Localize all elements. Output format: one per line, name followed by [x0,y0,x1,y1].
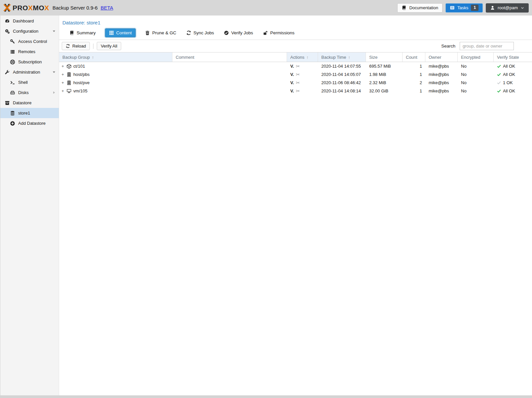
tasks-count-badge: 1 [471,5,479,11]
tab-sync-jobs[interactable]: Sync Jobs [186,29,215,37]
expand-toggle[interactable]: + [61,64,65,69]
sidebar-item-datastore[interactable]: Datastore [0,98,59,108]
key-icon [10,39,15,44]
scissors-icon[interactable]: ✂ [296,72,300,77]
tab-label: Permissions [270,30,295,35]
table-row[interactable]: + host/pbs V. ✂ 2020-11-04 14:05:07 1.98… [59,70,532,79]
column-header-backup-group[interactable]: Backup Group [59,52,172,62]
backup-group-label: host/pbs [73,72,89,77]
sidebar-item-disks[interactable]: Disks [0,87,59,98]
cell-actions: V. ✂ [287,80,318,85]
column-header-encrypted[interactable]: Encrypted [458,52,494,62]
gears-icon [5,29,10,34]
toolbar-separator [93,44,93,49]
cell-backup-group: + vm/105 [59,88,172,94]
building-icon [66,80,72,85]
cell-size: 32.00 GiB [366,88,403,93]
database-icon [10,111,15,116]
column-header-verify-state[interactable]: Verify State [494,52,532,62]
verify-all-button[interactable]: Verify All [97,42,121,50]
tab-verify-jobs[interactable]: Verify Jobs [223,29,254,37]
table-row[interactable]: + host/pve V. ✂ 2020-11-06 08:46:42 2.32… [59,79,532,87]
cell-size: 1.98 MiB [366,72,403,77]
scissors-icon[interactable]: ✂ [296,88,300,93]
building-icon [66,72,72,77]
sidebar-item-administration[interactable]: Administration [0,67,59,77]
sidebar-item-label: Disks [18,90,29,95]
verify-action[interactable]: V. [290,88,294,93]
check-icon [497,89,501,93]
cell-encrypted: No [458,72,494,77]
cell-size: 2.32 MiB [366,80,403,85]
verify-action[interactable]: V. [290,80,294,85]
sidebar-item-shell[interactable]: Shell [0,77,59,87]
cell-backup-group: + host/pbs [59,72,172,77]
check-icon [497,73,501,77]
search-input[interactable] [460,42,514,50]
column-header-size[interactable]: Size [366,52,403,62]
expand-toggle[interactable]: + [61,88,65,93]
user-menu-button[interactable]: root@pam [486,3,529,13]
page-title: Datastore: store1 [59,16,532,26]
sidebar-item-store1[interactable]: store1 [0,108,59,118]
verify-action[interactable]: V. [290,72,294,77]
desktop-icon [66,88,72,94]
verify-action[interactable]: V. [290,64,294,69]
tab-prune-gc[interactable]: Prune & GC [144,29,177,37]
column-header-comment[interactable]: Comment [172,52,287,62]
column-header-actions[interactable]: Actions [287,52,318,62]
top-bar: PROXMOX Backup Server 0.9-6 BETA Documen… [0,0,532,16]
sidebar: Dashboard Configuration Access Control R… [0,16,59,395]
chevron-down-icon [520,6,524,10]
cell-backup-time: 2020-11-04 14:07:55 [318,64,366,69]
expand-toggle[interactable]: + [61,80,65,85]
tab-summary[interactable]: Summary [69,29,96,37]
scissors-icon[interactable]: ✂ [296,80,300,85]
cell-count: 2 [403,80,425,85]
sidebar-item-access-control[interactable]: Access Control [0,36,59,47]
plus-circle-icon [10,121,15,126]
sidebar-item-label: Administration [13,70,40,75]
cell-backup-time: 2020-11-06 08:46:42 [318,80,366,85]
sidebar-item-dashboard[interactable]: Dashboard [0,16,59,26]
table-row[interactable]: + ct/101 V. ✂ 2020-11-04 14:07:55 695.57… [59,62,532,70]
tab-permissions[interactable]: Permissions [262,29,295,37]
cell-count: 1 [403,72,425,77]
sidebar-item-label: Dashboard [13,18,34,23]
scissors-icon[interactable]: ✂ [296,64,300,69]
tasks-button[interactable]: Tasks 1 [445,3,483,13]
expand-toggle[interactable]: + [61,72,65,77]
caret-right-icon [52,90,56,95]
sidebar-item-label: Access Control [18,39,47,44]
tab-content[interactable]: Content [105,28,136,37]
topbar-actions: Documentation Tasks 1 root@pam [397,3,529,13]
brand-text: PROXMOX [13,4,49,12]
sidebar-item-configuration[interactable]: Configuration [0,26,59,36]
sidebar-item-remotes[interactable]: Remotes [0,47,59,57]
sidebar-item-add-datastore[interactable]: Add Datastore [0,118,59,128]
dashboard-icon [5,18,10,24]
user-icon [490,5,495,10]
sidebar-item-subscription[interactable]: Subscription [0,57,59,67]
column-header-count[interactable]: Count [403,52,425,62]
sidebar-item-label: Shell [18,80,28,85]
caret-down-icon [52,29,56,33]
cell-size: 695.57 MiB [366,64,403,69]
reload-button[interactable]: Reload [62,42,90,50]
documentation-button[interactable]: Documentation [397,3,442,13]
table-row[interactable]: + vm/105 V. ✂ 2020-11-04 14:08:14 32.00 … [59,87,532,95]
reload-label: Reload [72,44,86,49]
tab-bar: Summary Content Prune & GC Sync Jobs Ver… [59,26,532,40]
tab-label: Verify Jobs [231,30,253,35]
column-header-owner[interactable]: Owner [425,52,458,62]
cell-backup-time: 2020-11-04 14:08:14 [318,88,366,93]
app-frame: Dashboard Configuration Access Control R… [0,16,532,395]
beta-link[interactable]: BETA [101,5,113,11]
search-area: Search [441,42,514,50]
cell-encrypted: No [458,88,494,93]
grid-icon [109,30,114,35]
cell-backup-group: + ct/101 [59,64,172,69]
column-header-backup-time[interactable]: Backup Time [318,52,366,62]
unlock-icon [263,30,268,35]
remotes-icon [10,49,15,54]
